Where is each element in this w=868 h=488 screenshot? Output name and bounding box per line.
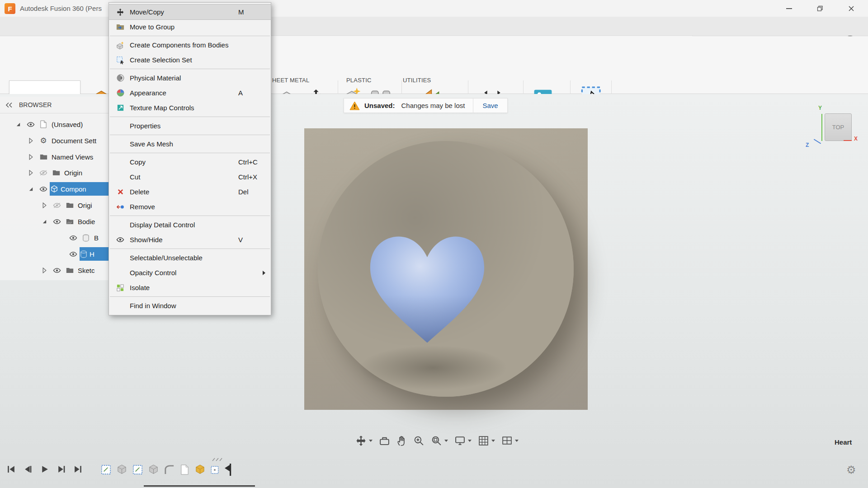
- go-to-end-button[interactable]: [73, 465, 83, 474]
- menu-item-opacity-control[interactable]: Opacity Control: [109, 265, 271, 280]
- timeline-scrollbar[interactable]: [144, 485, 255, 487]
- close-button[interactable]: [841, 0, 861, 17]
- feature-paste-icon[interactable]: [179, 464, 190, 475]
- collapse-toggle-icon[interactable]: [38, 202, 51, 208]
- menu-item-move-to-group[interactable]: Move to Group: [109, 19, 271, 34]
- visibility-eye-off-icon[interactable]: [37, 170, 50, 176]
- tree-label: Origi: [78, 202, 92, 209]
- menu-item-delete[interactable]: Delete Del: [109, 184, 271, 199]
- menu-item-create-selection-set[interactable]: Create Selection Set: [109, 52, 271, 67]
- timeline-position-marker[interactable]: [224, 464, 232, 476]
- menu-item-remove[interactable]: Remove: [109, 199, 271, 214]
- menu-item-show-hide[interactable]: Show/Hide V: [109, 232, 271, 247]
- viewports-button[interactable]: [501, 435, 519, 446]
- menu-item-find-in-window[interactable]: Find in Window: [109, 298, 271, 313]
- display-settings-icon: [454, 435, 466, 446]
- menu-item-label: Delete: [130, 188, 149, 196]
- warning-save-link[interactable]: Save: [482, 102, 498, 109]
- timeline-playback-controls: [6, 465, 83, 474]
- submenu-arrow-icon: [263, 271, 265, 275]
- orbit-caret-icon: [369, 440, 373, 442]
- step-back-button[interactable]: [23, 465, 33, 474]
- visibility-eye-icon[interactable]: [51, 267, 63, 273]
- fusion-logo-letter: F: [8, 5, 12, 13]
- tab-utilities[interactable]: UTILITIES: [403, 77, 431, 84]
- display-settings-button[interactable]: [454, 435, 472, 446]
- z-axis-label: Z: [806, 142, 809, 148]
- pan-button[interactable]: [396, 435, 407, 446]
- tree-label: B: [94, 234, 99, 242]
- menu-item-properties[interactable]: Properties: [109, 118, 271, 133]
- look-at-button[interactable]: [379, 435, 390, 446]
- maximize-button[interactable]: [810, 0, 830, 17]
- visibility-eye-icon[interactable]: [67, 251, 80, 257]
- model-base-plate[interactable]: [304, 128, 588, 410]
- collapse-toggle-icon[interactable]: [24, 138, 37, 144]
- grid-caret-icon: [491, 440, 495, 442]
- menu-item-copy[interactable]: Copy Ctrl+C: [109, 155, 271, 169]
- y-axis-line: [821, 114, 822, 141]
- menu-item-create-components-from-bodies[interactable]: Create Components from Bodies: [109, 38, 271, 52]
- tab-sheet-metal[interactable]: HEET METAL: [272, 77, 309, 84]
- heart-body[interactable]: [361, 231, 493, 348]
- go-to-start-button[interactable]: [6, 465, 16, 474]
- feature-sketch-icon[interactable]: [100, 464, 112, 475]
- menu-item-isolate[interactable]: Isolate: [109, 280, 271, 295]
- menu-item-move-copy[interactable]: Move/Copy M: [109, 5, 271, 19]
- expand-toggle-icon[interactable]: [24, 187, 37, 192]
- view-cube[interactable]: TOP: [825, 113, 852, 141]
- feature-form-icon[interactable]: [194, 464, 206, 475]
- component-icon: [51, 185, 58, 192]
- tree-label: Document Sett: [52, 137, 96, 145]
- minimize-button[interactable]: [779, 0, 799, 17]
- menu-item-physical-material[interactable]: Physical Material: [109, 70, 271, 85]
- gear-icon: ⚙: [37, 136, 50, 145]
- menu-item-selectable-unselectable[interactable]: Selectable/Unselectable: [109, 250, 271, 265]
- play-button[interactable]: [40, 465, 49, 474]
- visibility-eye-icon[interactable]: [37, 186, 50, 192]
- expand-toggle-icon[interactable]: [38, 219, 51, 224]
- collapse-toggle-icon[interactable]: [24, 170, 37, 176]
- navigation-bar: [355, 435, 519, 446]
- settings-gear-button[interactable]: ⚙: [846, 464, 856, 476]
- collapse-toggle-icon[interactable]: [38, 267, 51, 273]
- menu-item-display-detail-control[interactable]: Display Detail Control: [109, 217, 271, 232]
- fit-icon: [431, 435, 442, 446]
- active-component-label: Heart: [835, 438, 852, 446]
- feature-extrude-icon[interactable]: [148, 464, 159, 475]
- tab-plastic[interactable]: PLASTIC: [346, 77, 372, 84]
- menu-item-label: Remove: [130, 203, 155, 211]
- grid-layout-button[interactable]: [478, 435, 495, 446]
- menu-item-label: Move to Group: [130, 23, 175, 31]
- collapse-toggle-icon[interactable]: [24, 154, 37, 160]
- menu-item-cut[interactable]: Cut Ctrl+X: [109, 169, 271, 184]
- warning-message: Changes may be lost: [401, 102, 465, 109]
- visibility-eye-icon[interactable]: [51, 219, 63, 225]
- visibility-eye-icon[interactable]: [24, 122, 37, 127]
- menu-item-save-as-mesh[interactable]: Save As Mesh: [109, 136, 271, 151]
- collapse-panel-button[interactable]: [5, 102, 13, 108]
- menu-item-label: Find in Window: [130, 302, 176, 310]
- expand-toggle-icon[interactable]: [12, 122, 24, 127]
- feature-sketch-small-icon[interactable]: [210, 465, 219, 474]
- visibility-eye-icon[interactable]: [67, 235, 80, 241]
- tree-label: (Unsaved): [52, 121, 83, 128]
- zoom-button[interactable]: [413, 435, 425, 446]
- step-forward-button[interactable]: [57, 465, 66, 474]
- menu-item-label: Cut: [130, 173, 140, 181]
- menu-item-shortcut: M: [238, 8, 244, 16]
- document-icon: [37, 120, 50, 128]
- feature-extrude-icon[interactable]: [116, 464, 127, 475]
- visibility-eye-off-icon[interactable]: [51, 202, 63, 208]
- remove-icon: [113, 204, 127, 210]
- z-axis-line: [814, 139, 821, 144]
- menu-item-appearance[interactable]: Appearance A: [109, 85, 271, 100]
- feature-fillet-icon[interactable]: [164, 464, 175, 475]
- isolate-icon: [113, 284, 127, 291]
- feature-sketch-icon[interactable]: [132, 464, 143, 475]
- menu-separator: [110, 153, 270, 153]
- orbit-button[interactable]: [355, 435, 373, 446]
- grid-icon: [478, 435, 489, 446]
- menu-item-texture-map-controls[interactable]: Texture Map Controls: [109, 100, 271, 115]
- fit-button[interactable]: [431, 435, 448, 446]
